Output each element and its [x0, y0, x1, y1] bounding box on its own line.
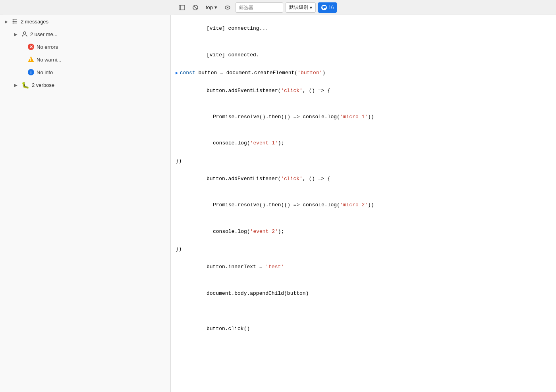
badge-message-icon [321, 5, 327, 10]
chat-icon [322, 6, 326, 10]
no-errors-row[interactable]: ✕ No errors [0, 40, 170, 53]
svg-rect-0 [179, 5, 185, 10]
context-label: top [206, 4, 213, 10]
console-panel: [vite] connecting... [vite] connected. ▶… [171, 15, 556, 392]
vite-connecting-text: [vite] connecting... [207, 25, 268, 31]
info-icon: i [28, 69, 34, 75]
sidebar-toggle-button[interactable] [176, 2, 187, 13]
console-line-addeventlistener2: button.addEventListener('click', () => { [171, 165, 556, 192]
level-chevron-icon: ▾ [310, 5, 312, 10]
const-keyword: const button = document.createElement('b… [180, 69, 326, 77]
toolbar-right: top ▾ 默认级别 ▾ [176, 0, 553, 15]
verbose-icon: 🐛 [21, 81, 29, 89]
svg-rect-6 [322, 6, 326, 8]
user-messages-row[interactable]: 2 user me... [0, 28, 170, 40]
message-count-badge[interactable]: 16 [318, 2, 337, 13]
console-line-1: [vite] connecting... [171, 15, 556, 42]
console-line-promise1: Promise.resolve().then(() => console.log… [171, 104, 556, 130]
console-block: [vite] connecting... [vite] connected. ▶… [171, 15, 556, 342]
main-content: 2 messages 2 user me... ✕ No errors [0, 15, 556, 392]
console-line-addeventlistener1: button.addEventListener('click', () => { [171, 77, 556, 104]
svg-point-11 [13, 21, 14, 22]
block-icon [192, 4, 199, 11]
no-info-label: No info [37, 69, 167, 75]
no-info-row[interactable]: i No info [0, 66, 170, 79]
console-line-consolelog2: console.log('event 2'); [171, 218, 556, 244]
console-line-consolelog1: console.log('event 1'); [171, 130, 556, 156]
console-line-blank [171, 306, 556, 315]
user-messages-label: 2 user me... [30, 31, 167, 37]
no-warnings-label: No warni... [37, 57, 167, 63]
error-icon: ✕ [28, 44, 34, 50]
console-line-promise2: Promise.resolve().then(() => console.log… [171, 192, 556, 218]
messages-list-icon [12, 18, 18, 25]
messages-label: 2 messages [21, 19, 167, 25]
context-selector-button[interactable]: top ▾ [203, 4, 220, 11]
block-button[interactable] [190, 2, 201, 13]
sidebar-toggle-icon [179, 4, 185, 11]
verbose-expand-arrow[interactable] [13, 82, 19, 88]
filter-input[interactable] [236, 2, 283, 13]
console-line-click: button.click() [171, 316, 556, 342]
svg-point-10 [13, 19, 14, 21]
eye-icon [224, 4, 231, 11]
console-line-const: ▶ const button = document.createElement(… [171, 68, 556, 77]
level-label: 默认级别 [289, 4, 308, 11]
level-selector[interactable]: 默认级别 ▾ [286, 2, 316, 13]
verbose-row[interactable]: 🐛 2 verbose [0, 79, 170, 91]
no-errors-label: No errors [37, 44, 167, 50]
toolbar-left-spacer [3, 0, 174, 15]
message-panel: 2 messages 2 user me... ✕ No errors [0, 15, 171, 392]
no-warnings-row[interactable]: ! No warni... [0, 53, 170, 66]
user-messages-expand-arrow[interactable] [13, 31, 19, 37]
verbose-label: 2 verbose [32, 82, 167, 88]
svg-point-13 [23, 32, 26, 34]
console-line-appendchild: document.body.appendChild(button) [171, 280, 556, 306]
chevron-down-icon: ▾ [214, 4, 217, 10]
devtools-container: top ▾ 默认级别 ▾ [0, 0, 556, 392]
message-count: 16 [328, 5, 334, 10]
messages-expand-arrow[interactable] [3, 18, 10, 25]
warning-icon: ! [28, 56, 34, 63]
eye-button[interactable] [222, 2, 233, 13]
svg-point-12 [13, 23, 14, 24]
expand-const-icon[interactable]: ▶ [176, 69, 178, 77]
user-icon [21, 31, 28, 37]
console-line-close1: }) [171, 156, 556, 165]
messages-group-row[interactable]: 2 messages [0, 15, 170, 28]
vite-connected-text: [vite] connected. [207, 52, 259, 58]
console-line-2: [vite] connected. [171, 42, 556, 68]
svg-line-3 [194, 6, 197, 9]
console-line-close2: }) [171, 244, 556, 254]
console-line-innertext: button.innerText = 'test' [171, 254, 556, 280]
toolbar: top ▾ 默认级别 ▾ [0, 0, 556, 15]
svg-point-5 [227, 7, 228, 8]
